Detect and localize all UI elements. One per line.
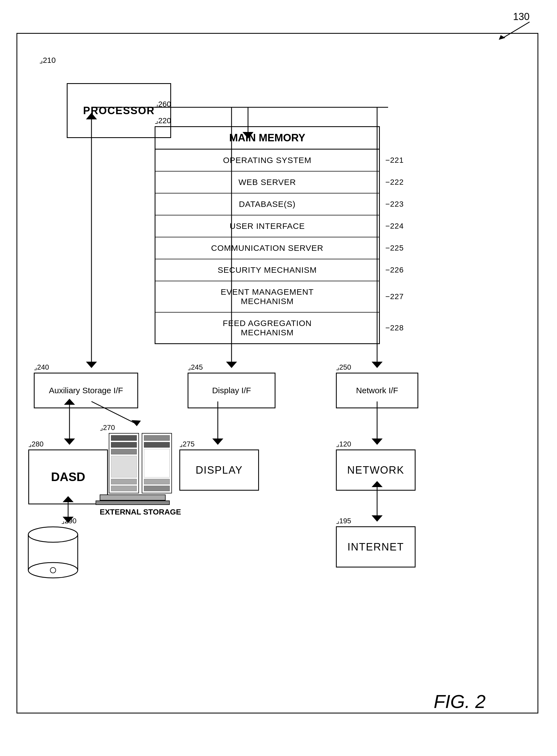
dasd-area: ⌟280 DASD bbox=[28, 440, 108, 504]
outer-box: ⌟210 PROCESSOR ⌟220 MAIN MEMORY OPERATIN… bbox=[17, 33, 538, 714]
memory-row-225: COMMUNICATION SERVER −225 bbox=[155, 238, 379, 259]
dasd-box: DASD bbox=[28, 449, 108, 504]
ref-223: −223 bbox=[385, 200, 404, 209]
ref-210: ⌟210 bbox=[39, 56, 56, 65]
internet-area: ⌟195 INTERNET bbox=[336, 517, 415, 567]
ref-270-label: ⌟270 bbox=[100, 423, 181, 432]
drum-area: ⌟290 bbox=[26, 517, 81, 582]
ref-224: −224 bbox=[385, 222, 404, 230]
network-area: ⌟120 NETWORK bbox=[336, 440, 415, 491]
display-if-box: Display I/F bbox=[187, 373, 275, 408]
ref-228: −228 bbox=[385, 323, 404, 332]
processor-label: PROCESSOR bbox=[83, 105, 155, 117]
ref-225: −225 bbox=[385, 244, 404, 252]
ref-120-label: ⌟120 bbox=[336, 440, 415, 448]
memory-row-223: DATABASE(S) −223 bbox=[155, 193, 379, 215]
display-if-label: Display I/F bbox=[212, 386, 251, 395]
ref-227: −227 bbox=[385, 292, 404, 301]
display-label: DISPLAY bbox=[196, 464, 243, 476]
drum-icon bbox=[26, 526, 81, 581]
svg-marker-36 bbox=[499, 35, 505, 40]
server-unit-2 bbox=[142, 433, 172, 494]
main-memory-box: MAIN MEMORY OPERATING SYSTEM −221 WEB SE… bbox=[155, 126, 380, 344]
svg-line-35 bbox=[502, 22, 530, 38]
memory-row-227: EVENT MANAGEMENTMECHANISM −227 bbox=[155, 281, 379, 313]
memory-row-221: OPERATING SYSTEM −221 bbox=[155, 150, 379, 171]
ext-storage-base bbox=[100, 495, 166, 501]
network-if-label: Network I/F bbox=[356, 386, 398, 395]
main-memory-title: MAIN MEMORY bbox=[155, 127, 379, 150]
main-memory-area: ⌟220 MAIN MEMORY OPERATING SYSTEM −221 W… bbox=[155, 116, 380, 344]
ref-226: −226 bbox=[385, 265, 404, 275]
internet-label: INTERNET bbox=[347, 541, 404, 553]
internet-box: INTERNET bbox=[336, 526, 415, 567]
aux-storage-if-box: Auxiliary Storage I/F bbox=[34, 373, 138, 408]
network-box: NETWORK bbox=[336, 449, 415, 491]
ref-245-label: ⌟245 bbox=[187, 363, 275, 372]
ref-250-label: ⌟250 bbox=[336, 363, 418, 372]
memory-row-228: FEED AGGREGATIONMECHANISM −228 bbox=[155, 313, 379, 343]
svg-point-4 bbox=[50, 567, 56, 573]
svg-point-0 bbox=[28, 527, 78, 542]
ref-221: −221 bbox=[385, 156, 404, 165]
ref-240-label: ⌟240 bbox=[34, 363, 138, 372]
display-if-area: ⌟245 Display I/F bbox=[187, 363, 275, 408]
ref-260: ⌟260 bbox=[155, 100, 171, 109]
display-box: DISPLAY bbox=[179, 449, 259, 491]
network-if-box: Network I/F bbox=[336, 373, 418, 408]
ref-220: ⌟220 bbox=[155, 116, 380, 125]
network-if-area: ⌟250 Network I/F bbox=[336, 363, 418, 408]
ref-280-label: ⌟280 bbox=[28, 440, 108, 448]
memory-row-224: USER INTERFACE −224 bbox=[155, 215, 379, 238]
ext-storage-label: EXTERNAL STORAGE bbox=[100, 508, 181, 516]
diagram-page: 130 ⌟210 PROCESSOR ⌟220 MAIN MEMORY OPER… bbox=[0, 0, 557, 756]
svg-point-3 bbox=[28, 563, 78, 578]
memory-row-222: WEB SERVER −222 bbox=[155, 171, 379, 193]
ext-storage-area: ⌟270 bbox=[100, 423, 181, 516]
ref-275-label: ⌟275 bbox=[179, 440, 259, 448]
ref-222: −222 bbox=[385, 178, 404, 187]
network-label: NETWORK bbox=[347, 464, 404, 476]
dasd-label: DASD bbox=[51, 470, 85, 484]
ref-195-label: ⌟195 bbox=[336, 517, 415, 525]
figure-label: FIG. 2 bbox=[434, 691, 486, 712]
ref-130-arrow bbox=[486, 14, 540, 46]
ext-storage-platform bbox=[95, 501, 170, 505]
ref-290-label: ⌟290 bbox=[61, 517, 81, 525]
server-unit-1 bbox=[109, 433, 139, 494]
memory-row-226: SECURITY MECHANISM −226 bbox=[155, 259, 379, 281]
display-area: ⌟275 DISPLAY bbox=[179, 440, 259, 491]
aux-storage-area: ⌟240 Auxiliary Storage I/F bbox=[34, 363, 138, 408]
aux-storage-if-label: Auxiliary Storage I/F bbox=[49, 386, 123, 395]
